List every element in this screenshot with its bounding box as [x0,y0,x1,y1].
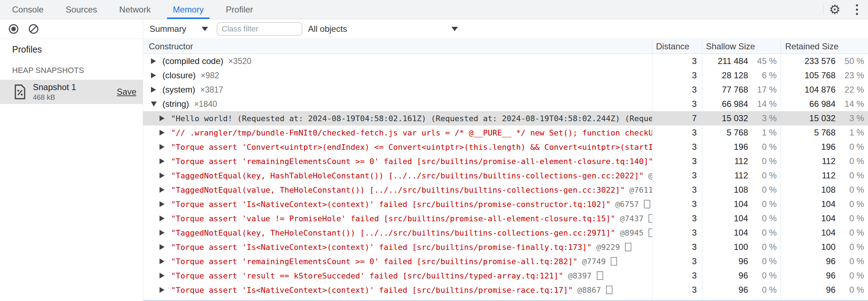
column-header-distance[interactable]: Distance [652,39,702,54]
constructor-cell: (closure)×982 [143,68,652,83]
retained-size-value: 104 [781,228,836,238]
retained-size-percent: 0 % [836,242,868,252]
expand-arrow-icon[interactable] [151,58,162,64]
tab-network[interactable]: Network [113,0,156,19]
distance-cell: 7 [652,111,702,125]
record-heap-snapshot-button[interactable] [8,23,19,35]
distance-cell: 3 [652,226,702,240]
retained-size-cell: 1040 % [781,226,868,240]
retained-size-percent: 0 % [836,185,868,195]
table-row[interactable]: "Torque assert 'value != PromiseHole' fa… [143,211,868,226]
retained-size-value: 112 [781,171,836,181]
shallow-size-value: 104 [702,228,748,238]
column-header-retained-size[interactable]: Retained Size [781,39,868,54]
expand-arrow-icon[interactable] [160,273,171,278]
object-id: @7437 [620,214,644,223]
expand-arrow-icon[interactable] [160,158,171,164]
clear-profiles-button[interactable] [28,23,39,35]
expand-arrow-icon[interactable] [160,230,171,236]
retained-size-value: 104 [781,199,836,209]
grid-header: Constructor Distance Shallow Size Retain… [143,39,868,54]
table-row[interactable]: (compiled code)×35203211 48445 %233 5765… [143,54,868,68]
retained-size-value: 66 984 [781,99,836,109]
table-row[interactable]: "Torque assert 'Is<NativeContext>(contex… [143,197,868,211]
shallow-size-percent: 0 % [748,228,781,238]
settings-button[interactable]: ⚙ [824,0,846,19]
expand-arrow-icon[interactable] [160,258,171,264]
shallow-size-percent: 0 % [748,142,781,152]
shallow-size-cell: 1120 % [702,168,781,183]
devtools-tab-bar: Console Sources Network Memory Profiler … [0,0,868,19]
perspective-select[interactable]: Summary [150,24,208,34]
table-row[interactable]: "TaggedNotEqual(value, TheHoleConstant()… [143,183,868,197]
column-header-constructor[interactable]: Constructor [143,39,652,54]
table-row[interactable]: (string)×1840366 98414 %66 98414 % [143,97,868,111]
record-icon [8,23,19,35]
save-snapshot-link[interactable]: Save [117,87,136,97]
instance-count: ×982 [201,71,219,80]
shallow-size-percent: 6 % [748,70,781,80]
expand-arrow-icon[interactable] [160,130,171,135]
snapshot-list-item[interactable]: Snapshot 1 468 kB Save [0,80,143,104]
shallow-size-percent: 45 % [748,56,781,66]
retained-size-percent: 0 % [836,228,868,238]
class-filter-input[interactable] [217,22,302,36]
table-row[interactable]: "TaggedNotEqual(key, TheHoleConstant()) … [143,226,868,240]
expand-arrow-icon[interactable] [160,173,171,178]
profiles-section-title: Profiles [0,39,143,60]
objects-scope-select[interactable]: All objects [308,24,458,34]
kebab-menu-icon [856,4,858,15]
chevron-down-icon [202,27,208,31]
constructor-label: (compiled code) [162,56,223,66]
table-row[interactable]: "// .wrangler/tmp/bundle-FmNIt0/checked-… [143,125,868,140]
object-id: @8867 [577,286,601,295]
constructor-cell: "Torque assert 'result == kStoreSucceded… [143,268,652,283]
perspective-select-value: Summary [150,24,186,34]
shallow-size-cell: 1960 % [702,140,781,154]
table-row[interactable]: "Hello world! (Requested at: 2024-08-19T… [143,111,868,125]
constructor-cell: "Hello world! (Requested at: 2024-08-19T… [143,111,652,125]
shallow-size-cell: 1040 % [702,211,781,226]
expand-arrow-icon[interactable] [160,144,171,150]
distance-cell: 3 [652,83,702,97]
constructor-label: "Torque assert 'remainingElementsCount >… [171,257,577,266]
table-row[interactable]: (system)×3817377 76817 %104 87622 % [143,83,868,97]
expand-arrow-icon[interactable] [151,73,162,78]
table-row[interactable]: "Torque assert 'Convert<uintptr>(endInde… [143,140,868,154]
snapshot-size: 468 kB [33,93,110,102]
tab-console[interactable]: Console [6,0,49,19]
gear-icon: ⚙ [829,3,841,16]
expand-arrow-icon[interactable] [160,201,171,207]
distance-cell: 3 [652,168,702,183]
expand-arrow-icon[interactable] [160,244,171,250]
retained-size-cell: 1960 % [781,140,868,154]
expand-arrow-icon[interactable] [160,115,171,121]
shallow-size-cell: 15 0323 % [702,111,781,125]
tab-memory[interactable]: Memory [167,0,210,19]
expand-arrow-icon[interactable] [160,187,171,193]
retained-size-percent: 50 % [836,56,868,66]
more-options-button[interactable] [846,0,868,19]
collapse-arrow-icon[interactable] [151,102,162,107]
table-row[interactable]: "Torque assert 'Is<NativeContext>(contex… [143,283,868,297]
retained-size-cell: 960 % [781,283,868,297]
table-row[interactable]: "Torque assert 'remainingElementsCount >… [143,254,868,268]
table-row[interactable]: "TaggedNotEqual(key, HashTableHoleConsta… [143,168,868,183]
tab-profiler[interactable]: Profiler [220,0,259,19]
expand-arrow-icon[interactable] [151,87,162,93]
table-row[interactable]: "Torque assert 'result == kStoreSucceded… [143,268,868,283]
table-row[interactable]: "Torque assert 'Is<NativeContext>(contex… [143,240,868,254]
distance-cell: 3 [652,54,702,68]
table-row[interactable]: "Torque assert 'remainingElementsCount >… [143,154,868,168]
tab-sources[interactable]: Sources [60,0,103,19]
column-header-shallow-size[interactable]: Shallow Size [702,39,781,54]
retained-size-percent: 22 % [836,85,868,95]
table-row[interactable]: (closure)×982328 1286 %105 76823 % [143,68,868,83]
constructor-cell: "Torque assert 'remainingElementsCount >… [143,154,652,168]
shallow-size-cell: 1120 % [702,154,781,168]
tabbar-spacer [269,0,823,19]
expand-arrow-icon[interactable] [160,216,171,221]
expand-arrow-icon[interactable] [160,287,171,293]
shallow-size-value: 96 [702,271,748,281]
distance-cell: 3 [652,268,702,283]
